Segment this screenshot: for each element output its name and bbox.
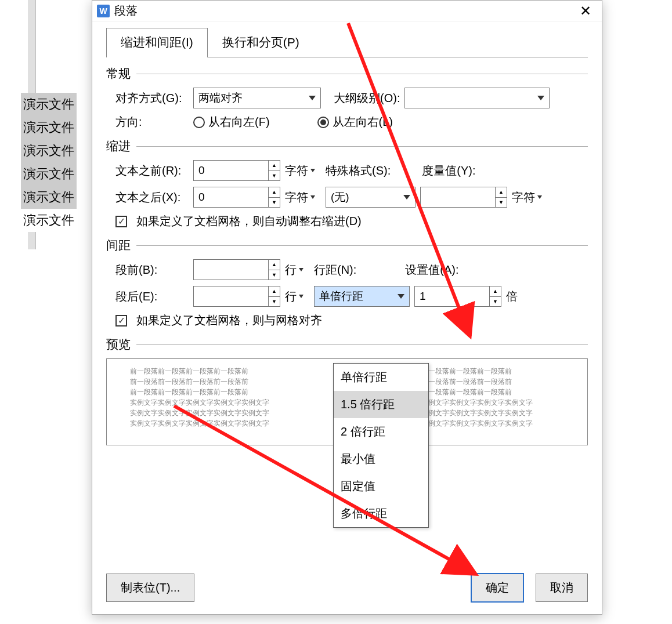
space-before-input[interactable]: ▲▼ — [193, 259, 280, 280]
app-icon: W — [97, 5, 110, 17]
spin-up-icon[interactable]: ▲ — [269, 187, 280, 198]
spin-down-icon[interactable]: ▼ — [269, 270, 280, 280]
spin-down-icon[interactable]: ▼ — [496, 198, 507, 208]
set-value-input[interactable]: 1 ▲▼ — [414, 286, 501, 307]
snap-to-grid-label: 如果定义了文档网格，则与网格对齐 — [136, 313, 322, 328]
line-spacing-option[interactable]: 最小值 — [334, 445, 428, 473]
special-format-label: 特殊格式(S): — [326, 163, 391, 179]
spin-up-icon[interactable]: ▲ — [496, 187, 507, 198]
special-format-select[interactable]: (无) — [326, 187, 416, 208]
cancel-button[interactable]: 取消 — [536, 574, 588, 602]
space-before-unit[interactable]: 行 — [285, 262, 304, 278]
direction-rtl-radio[interactable]: 从右向左(F) — [193, 114, 270, 130]
space-after-unit[interactable]: 行 — [285, 289, 304, 304]
group-label: 预览 — [106, 336, 131, 353]
line-spacing-option[interactable]: 固定值 — [334, 473, 428, 500]
checkbox-icon[interactable]: ✓ — [115, 315, 127, 326]
spin-down-icon[interactable]: ▼ — [269, 171, 280, 181]
alignment-label: 对齐方式(G): — [115, 90, 189, 106]
close-button[interactable]: ✕ — [574, 3, 597, 19]
spin-up-icon[interactable]: ▲ — [269, 260, 280, 270]
space-before-label: 段前(B): — [115, 262, 189, 278]
group-label: 缩进 — [106, 138, 131, 154]
space-after-label: 段后(E): — [115, 289, 189, 304]
bg-line: 演示文件 — [21, 186, 77, 209]
bg-line: 演示文件 — [21, 93, 77, 116]
line-spacing-label: 行距(N): — [314, 262, 356, 278]
chevron-down-icon — [398, 294, 404, 299]
line-spacing-select[interactable]: 单倍行距 — [314, 286, 410, 307]
set-value-unit: 倍 — [506, 289, 518, 304]
bg-line: 演示文件 — [21, 116, 77, 139]
paragraph-dialog: W 段落 ✕ 缩进和间距(I) 换行和分页(P) 常规 对齐方式(G): 两端对… — [92, 0, 602, 615]
chevron-down-icon — [403, 195, 410, 199]
auto-adjust-indent-label: 如果定义了文档网格，则自动调整右缩进(D) — [136, 213, 362, 229]
indent-after-label: 文本之后(X): — [115, 190, 189, 205]
line-spacing-option[interactable]: 多倍行距 — [334, 500, 428, 527]
spin-down-icon[interactable]: ▼ — [269, 198, 280, 208]
indent-after-input[interactable]: 0 ▲▼ — [193, 187, 280, 208]
tabs: 缩进和间距(I) 换行和分页(P) — [106, 27, 588, 57]
measure-unit[interactable]: 字符 — [512, 190, 542, 205]
group-label: 常规 — [106, 66, 131, 82]
spin-down-icon[interactable]: ▼ — [490, 297, 501, 307]
tab-line-page-break[interactable]: 换行和分页(P) — [208, 28, 314, 57]
measure-label: 度量值(Y): — [422, 163, 475, 179]
indent-before-unit[interactable]: 字符 — [285, 163, 315, 179]
chevron-down-icon — [309, 96, 316, 100]
outline-level-select[interactable] — [404, 88, 550, 108]
group-spacing: 间距 — [106, 237, 588, 253]
radio-icon — [193, 117, 205, 128]
spin-down-icon[interactable]: ▼ — [269, 297, 280, 307]
group-general: 常规 — [106, 66, 588, 82]
bg-line: 演示文件 — [21, 209, 77, 232]
set-value-label: 设置值(A): — [405, 262, 458, 278]
line-spacing-option[interactable]: 2 倍行距 — [334, 418, 428, 445]
spin-up-icon[interactable]: ▲ — [490, 286, 501, 297]
direction-label: 方向: — [115, 114, 189, 130]
group-indent: 缩进 — [106, 138, 588, 154]
checkbox-icon[interactable]: ✓ — [115, 216, 127, 227]
spin-up-icon[interactable]: ▲ — [269, 161, 280, 171]
tab-stops-button[interactable]: 制表位(T)... — [106, 574, 194, 602]
space-after-input[interactable]: ▲▼ — [193, 286, 280, 307]
document-selection: 演示文件 演示文件 演示文件 演示文件 演示文件 演示文件 — [21, 93, 77, 232]
indent-before-input[interactable]: 0 ▲▼ — [193, 160, 280, 181]
measure-input[interactable]: ▲▼ — [420, 187, 507, 208]
line-spacing-option[interactable]: 1.5 倍行距 — [334, 391, 428, 418]
button-bar: 制表位(T)... 确定 取消 — [106, 573, 588, 603]
dialog-title: 段落 — [114, 3, 574, 19]
bg-line: 演示文件 — [21, 139, 77, 162]
group-label: 间距 — [106, 237, 131, 253]
outline-label: 大纲级别(O): — [334, 90, 400, 106]
bg-line: 演示文件 — [21, 162, 77, 186]
indent-before-label: 文本之前(R): — [115, 163, 189, 179]
direction-ltr-radio[interactable]: 从左向右(L) — [317, 114, 393, 130]
alignment-select[interactable]: 两端对齐 — [193, 88, 321, 108]
tab-indent-spacing[interactable]: 缩进和间距(I) — [106, 28, 208, 57]
radio-icon — [317, 117, 329, 128]
group-preview: 预览 — [106, 336, 588, 353]
chevron-down-icon — [537, 96, 544, 100]
line-spacing-option[interactable]: 单倍行距 — [334, 364, 428, 391]
titlebar: W 段落 ✕ — [92, 1, 602, 21]
ok-button[interactable]: 确定 — [471, 573, 524, 603]
line-spacing-dropdown: 单倍行距1.5 倍行距2 倍行距最小值固定值多倍行距 — [333, 363, 429, 528]
spin-up-icon[interactable]: ▲ — [269, 286, 280, 297]
indent-after-unit[interactable]: 字符 — [285, 190, 315, 205]
